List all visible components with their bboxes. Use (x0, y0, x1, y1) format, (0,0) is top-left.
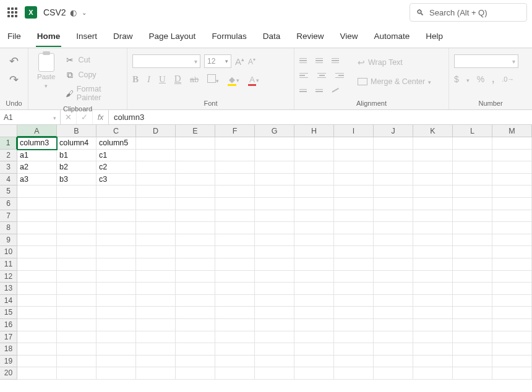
row-header[interactable]: 15 (0, 307, 17, 319)
tab-view[interactable]: View (338, 27, 359, 46)
cell[interactable] (136, 174, 176, 186)
cell[interactable] (136, 161, 176, 174)
cell[interactable]: b1 (57, 150, 97, 162)
font-color-button[interactable]: A (248, 75, 259, 84)
cell[interactable] (413, 234, 453, 247)
cell[interactable] (334, 343, 374, 356)
cell[interactable] (57, 331, 97, 344)
cell[interactable] (294, 356, 334, 368)
row-header[interactable]: 5 (0, 185, 17, 198)
cell[interactable] (17, 234, 57, 247)
formula-bar[interactable]: column3 (109, 113, 532, 122)
row-header[interactable]: 13 (0, 283, 17, 295)
cell[interactable] (255, 137, 294, 150)
cell[interactable] (57, 307, 97, 319)
cell[interactable] (374, 343, 413, 356)
row-header[interactable]: 18 (0, 343, 17, 356)
cell[interactable] (57, 295, 97, 307)
cell[interactable] (176, 295, 215, 307)
cell[interactable] (453, 246, 492, 258)
cell[interactable]: b2 (57, 161, 97, 174)
cell[interactable] (255, 356, 294, 368)
cell[interactable] (453, 234, 492, 247)
cell[interactable] (255, 271, 294, 283)
cell[interactable] (97, 343, 136, 356)
orientation-button[interactable] (332, 84, 344, 96)
cell[interactable] (413, 174, 453, 186)
cell[interactable] (255, 319, 294, 331)
cell[interactable] (413, 295, 453, 307)
cell[interactable] (215, 137, 255, 150)
align-center-button[interactable] (315, 69, 328, 82)
cell[interactable] (413, 319, 453, 331)
cell[interactable] (453, 295, 492, 307)
cell[interactable] (255, 210, 294, 223)
cell[interactable] (57, 198, 97, 210)
cell[interactable] (97, 210, 136, 223)
row-header[interactable]: 8 (0, 222, 17, 234)
underline-button[interactable]: U (159, 74, 166, 85)
column-header[interactable]: L (453, 125, 492, 137)
font-name-select[interactable]: ▾ (132, 54, 200, 68)
cell[interactable] (374, 283, 413, 295)
tab-file[interactable]: File (6, 27, 22, 46)
cell[interactable] (215, 331, 255, 344)
wrap-text-button[interactable]: Wrap Text (355, 56, 434, 69)
cell[interactable]: b3 (57, 174, 97, 186)
cell[interactable] (294, 246, 334, 258)
cell[interactable] (453, 174, 492, 186)
tab-home[interactable]: Home (36, 27, 62, 47)
font-size-select[interactable]: 12▾ (204, 54, 231, 68)
row-header[interactable]: 4 (0, 174, 17, 186)
cell[interactable] (334, 198, 374, 210)
cell[interactable] (492, 234, 532, 247)
cell[interactable] (136, 343, 176, 356)
currency-button[interactable]: $ (454, 74, 459, 84)
cell[interactable] (413, 283, 453, 295)
cell[interactable] (97, 222, 136, 234)
row-header[interactable]: 7 (0, 210, 17, 223)
cell[interactable] (334, 222, 374, 234)
cell[interactable] (374, 307, 413, 319)
cell[interactable] (176, 343, 215, 356)
tab-formulas[interactable]: Formulas (210, 27, 247, 46)
borders-button[interactable] (207, 74, 219, 85)
cell[interactable] (215, 356, 255, 368)
cell[interactable] (334, 258, 374, 271)
column-header[interactable]: K (413, 125, 453, 137)
cell[interactable] (215, 283, 255, 295)
cell[interactable] (176, 210, 215, 223)
cell[interactable] (334, 283, 374, 295)
cell[interactable] (413, 307, 453, 319)
cell[interactable] (492, 161, 532, 174)
cell[interactable] (413, 161, 453, 174)
cell[interactable] (176, 150, 215, 162)
cell[interactable] (255, 198, 294, 210)
cell[interactable] (136, 246, 176, 258)
cell[interactable] (334, 210, 374, 223)
cell[interactable] (374, 161, 413, 174)
cell[interactable] (374, 356, 413, 368)
cell[interactable] (255, 343, 294, 356)
cell[interactable] (136, 150, 176, 162)
cell[interactable] (492, 185, 532, 198)
strikethrough-button[interactable]: ab (190, 75, 199, 84)
row-header[interactable]: 1 (0, 137, 17, 150)
align-right-button[interactable] (332, 69, 344, 82)
cell[interactable] (136, 356, 176, 368)
row-header[interactable]: 12 (0, 271, 17, 283)
cell[interactable] (97, 367, 136, 380)
cell[interactable] (215, 150, 255, 162)
cell[interactable] (453, 222, 492, 234)
cell[interactable] (57, 271, 97, 283)
cell[interactable] (176, 246, 215, 258)
cell[interactable] (215, 234, 255, 247)
percent-button[interactable]: % (477, 74, 484, 84)
cell[interactable] (334, 234, 374, 247)
column-header[interactable]: H (294, 125, 334, 137)
cell[interactable] (97, 331, 136, 344)
cell[interactable] (374, 246, 413, 258)
cell[interactable]: c1 (97, 150, 136, 162)
cell[interactable] (453, 307, 492, 319)
cell[interactable] (374, 271, 413, 283)
